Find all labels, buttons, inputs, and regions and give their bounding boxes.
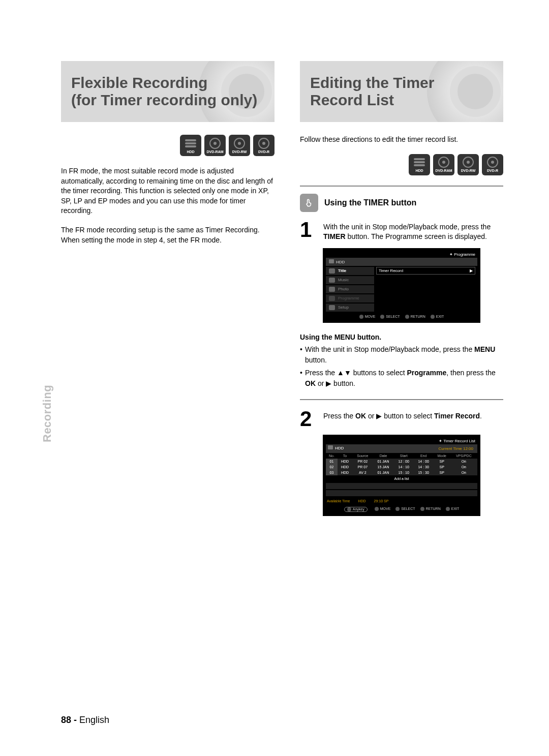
table-row[interactable]: 03HDDAV 201 JAN15 : 1015 : 30SPOn <box>326 470 477 475</box>
setup-icon <box>329 305 335 310</box>
left-paragraph-1: In FR mode, the most suitable record mod… <box>61 166 274 216</box>
page-language: English <box>79 715 109 725</box>
right-column: Editing the Timer Record List Follow the… <box>300 61 503 725</box>
timer-record-option[interactable]: Timer Record▶ <box>376 267 475 275</box>
step-2: 2 Press the OK or ▶ button to select Tim… <box>300 409 503 429</box>
step-number: 1 <box>300 220 317 242</box>
right-banner: Editing the Timer Record List <box>300 61 503 122</box>
divider <box>300 186 503 187</box>
divider <box>300 399 503 400</box>
step-2-text: Press the OK or ▶ button to select Timer… <box>323 409 503 429</box>
photo-icon <box>329 287 335 292</box>
page-number: 88 - <box>61 715 77 725</box>
menu-button-steps: With the unit in Stop mode/Playback mode… <box>300 344 503 389</box>
section-heading-timer: Using the TIMER button <box>300 194 503 212</box>
badge-hdd-icon: HDD <box>409 154 430 175</box>
badge-dvdrw-icon: DVD-RW <box>229 135 250 156</box>
available-time: Available Time HDD 29:10 SP <box>326 497 477 505</box>
badge-dvdram-icon: DVD-RAM <box>433 154 454 175</box>
hand-press-icon <box>300 194 318 212</box>
badge-dvdrw-icon: DVD-RW <box>458 154 479 175</box>
step-number: 2 <box>300 409 317 429</box>
page-footer: 88 - English <box>61 715 109 725</box>
left-paragraph-2: The FR mode recording setup is the same … <box>61 225 274 245</box>
add-a-list[interactable]: Add a list <box>326 475 477 482</box>
right-media-badges: HDD DVD-RAM DVD-RW DVD-R <box>300 154 503 175</box>
screen2-title: ✦ Timer Record List <box>326 438 477 444</box>
menu-music[interactable]: Music <box>326 276 374 284</box>
left-banner: Flexible Recording (for Timer recording … <box>61 61 274 122</box>
section-title: Using the TIMER button <box>324 198 416 207</box>
right-banner-title: Editing the Timer Record List <box>310 74 434 109</box>
music-icon <box>329 278 335 283</box>
badge-dvdr-icon: DVD-R <box>253 135 274 156</box>
badge-dvdr-icon: DVD-R <box>482 154 503 175</box>
table-row[interactable]: 02HDDPR 0715 JAN14 : 1014 : 30SPOn <box>326 464 477 470</box>
menu-photo[interactable]: Photo <box>326 285 374 293</box>
left-banner-title: Flexible Recording (for Timer recording … <box>71 74 257 109</box>
title-icon <box>329 268 335 274</box>
menu-title[interactable]: Title <box>326 267 374 275</box>
screen1-device: HDD <box>326 258 477 266</box>
subsection-menu-button: Using the MENU button. <box>300 333 503 341</box>
screen2-footer: Anykey MOVE SELECT RETURN EXIT <box>326 505 477 513</box>
left-media-badges: HDD DVD-RAM DVD-RW DVD-R <box>61 135 274 156</box>
screen1-title: ✦ Programme <box>326 251 477 258</box>
current-time: Current Time 12:00 <box>437 445 475 452</box>
timer-record-list-screen: ✦ Timer Record List HDD Current Time 12:… <box>323 435 480 516</box>
timer-record-table: No.ToSourceDateStartEndModeVPS/PDC 01HDD… <box>326 453 477 475</box>
menu-programme[interactable]: Programme <box>326 294 374 303</box>
programme-icon <box>329 296 335 301</box>
badge-hdd-icon: HDD <box>180 135 201 156</box>
left-column: Flexible Recording (for Timer recording … <box>61 61 274 725</box>
disc-art-icon <box>427 61 503 122</box>
badge-dvdram-icon: DVD-RAM <box>204 135 226 156</box>
table-header-row: No.ToSourceDateStartEndModeVPS/PDC <box>326 453 477 459</box>
step-1-text: With the unit in Stop mode/Playback mode… <box>323 220 503 242</box>
screen1-footer: MOVE SELECT RETURN EXIT <box>326 313 477 320</box>
menu-setup[interactable]: Setup <box>326 304 374 312</box>
screen2-device: HDD <box>328 445 344 452</box>
right-intro: Follow these directions to edit the time… <box>300 135 503 145</box>
bullet-2: Press the ▲▼ buttons to select Programme… <box>300 368 503 389</box>
anykey-badge: Anykey <box>344 507 368 512</box>
arrow-right-icon: ▶ <box>470 268 473 273</box>
table-row[interactable]: 01HDDPR 0201 JAN12 : 0014 : 00SPOn <box>326 459 477 464</box>
bullet-1: With the unit in Stop mode/Playback mode… <box>300 344 503 366</box>
step-1: 1 With the unit in Stop mode/Playback mo… <box>300 220 503 242</box>
programme-screen: ✦ Programme HDD Title Music Photo Progra… <box>323 248 480 323</box>
